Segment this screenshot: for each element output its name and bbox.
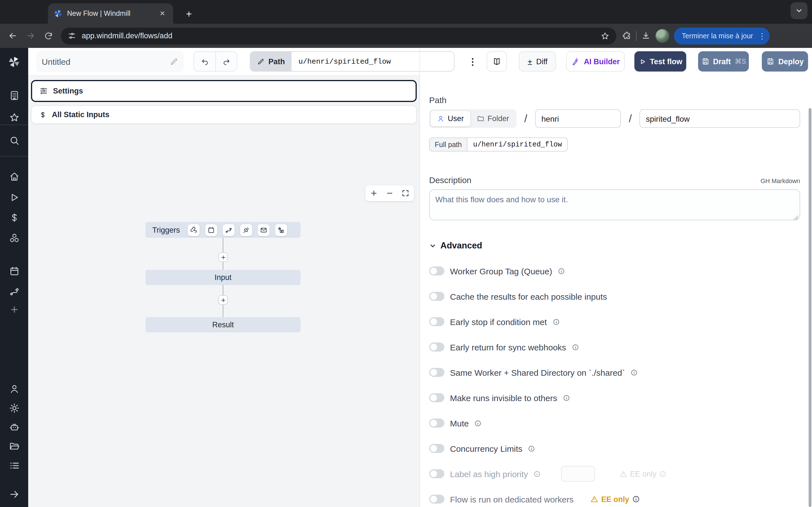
polling-watch-trigger-icon[interactable] bbox=[275, 224, 287, 236]
sidebar-item-search[interactable] bbox=[0, 135, 28, 146]
deploy-button[interactable]: Deploy bbox=[762, 51, 808, 71]
sidebar-item-flows[interactable] bbox=[0, 286, 28, 297]
redo-button[interactable] bbox=[215, 52, 237, 71]
sidebar-item-workers[interactable] bbox=[0, 422, 28, 433]
path-name-input[interactable] bbox=[640, 109, 800, 128]
owner-kind-user-option[interactable]: User bbox=[430, 110, 470, 127]
add-step-button[interactable] bbox=[218, 252, 228, 262]
sidebar-item-audit-logs[interactable] bbox=[0, 460, 28, 471]
static-inputs-panel-button[interactable]: All Static Inputs bbox=[31, 105, 417, 124]
edit-pencil-icon[interactable] bbox=[170, 57, 178, 66]
back-icon[interactable] bbox=[3, 27, 21, 45]
priority-value-input[interactable] bbox=[561, 466, 595, 482]
concurrency-limits-toggle[interactable] bbox=[429, 444, 444, 453]
sidebar-item-folders[interactable] bbox=[0, 441, 28, 452]
worker-group-tag-toggle[interactable] bbox=[429, 267, 444, 276]
fit-view-icon[interactable] bbox=[402, 189, 409, 197]
high-priority-toggle[interactable] bbox=[429, 469, 444, 478]
advanced-section-toggle[interactable]: Advanced bbox=[429, 240, 800, 251]
path-owner-input[interactable] bbox=[535, 109, 621, 128]
websocket-trigger-icon[interactable] bbox=[240, 224, 252, 236]
info-icon[interactable] bbox=[553, 318, 560, 325]
sidebar-item-home[interactable] bbox=[0, 171, 28, 182]
download-icon[interactable] bbox=[641, 31, 651, 41]
schedule-trigger-icon[interactable] bbox=[205, 224, 217, 236]
cache-results-toggle[interactable] bbox=[429, 292, 444, 301]
address-bar[interactable]: app.windmill.dev/flows/add bbox=[61, 27, 616, 44]
full-path-value: u/henri/spirited_flow bbox=[467, 137, 568, 152]
invisible-runs-toggle[interactable] bbox=[429, 393, 444, 402]
dedicated-workers-toggle[interactable] bbox=[429, 495, 444, 504]
add-step-button[interactable] bbox=[218, 295, 228, 305]
sidebar-item-settings[interactable] bbox=[0, 403, 28, 413]
http-route-trigger-icon[interactable] bbox=[223, 224, 235, 236]
forward-icon[interactable] bbox=[21, 27, 40, 45]
toggle-row-same-worker: Same Worker + Shared Directory on `./sha… bbox=[429, 367, 800, 378]
info-icon[interactable] bbox=[631, 369, 638, 376]
sidebar-item-add[interactable] bbox=[0, 305, 28, 314]
sidebar-item-resources[interactable] bbox=[0, 233, 28, 243]
webhook-trigger-icon[interactable] bbox=[188, 224, 200, 236]
settings-panel-button[interactable]: Settings bbox=[31, 80, 417, 102]
email-trigger-icon[interactable] bbox=[258, 224, 269, 236]
diff-button[interactable]: ± Diff bbox=[519, 51, 556, 71]
tab-search-chevron-icon[interactable] bbox=[791, 2, 808, 19]
info-icon[interactable] bbox=[659, 470, 666, 477]
sidebar-item-workspace[interactable] bbox=[0, 90, 28, 101]
path-separator: / bbox=[627, 112, 633, 125]
browser-tab[interactable]: New Flow | Windmill ✕ bbox=[48, 3, 173, 24]
description-textarea[interactable] bbox=[429, 189, 800, 220]
zoom-out-icon[interactable] bbox=[386, 189, 394, 197]
info-icon[interactable] bbox=[563, 394, 570, 401]
reload-icon[interactable] bbox=[40, 27, 57, 45]
save-icon bbox=[701, 57, 709, 65]
browser-menu-icon[interactable]: ⋮ bbox=[756, 31, 768, 40]
magic-wand-icon bbox=[571, 57, 580, 66]
tab-close-icon[interactable]: ✕ bbox=[157, 8, 167, 18]
sidebar-expand-icon[interactable] bbox=[0, 489, 28, 500]
flow-canvas[interactable]: Settings All Static Inputs Triggers bbox=[28, 75, 419, 507]
info-icon[interactable] bbox=[558, 267, 565, 275]
profile-avatar[interactable] bbox=[655, 29, 669, 43]
test-flow-button[interactable]: Test flow bbox=[635, 51, 687, 71]
owner-kind-segmented-control: User Folder bbox=[429, 109, 516, 128]
flow-editor-toolbar: Untitled Path u/henri/spir bbox=[28, 48, 812, 75]
same-worker-toggle[interactable] bbox=[429, 368, 444, 377]
bookmark-star-icon[interactable] bbox=[601, 31, 610, 40]
early-return-toggle[interactable] bbox=[429, 342, 444, 351]
sidebar-item-runs[interactable] bbox=[0, 192, 28, 203]
toggle-row-concurrency-limits: Concurrency Limits bbox=[429, 443, 800, 453]
info-icon[interactable] bbox=[528, 445, 536, 452]
result-node[interactable]: Result bbox=[146, 317, 301, 332]
new-tab-button[interactable]: + bbox=[182, 7, 196, 21]
early-stop-toggle[interactable] bbox=[429, 317, 444, 326]
site-info-icon[interactable] bbox=[68, 32, 76, 40]
undo-button[interactable] bbox=[194, 52, 215, 71]
sidebar-item-favorites[interactable] bbox=[0, 112, 28, 123]
flow-name-input[interactable]: Untitled bbox=[36, 51, 184, 72]
mute-toggle[interactable] bbox=[429, 418, 444, 428]
extensions-icon[interactable] bbox=[622, 31, 631, 41]
info-icon[interactable] bbox=[474, 419, 482, 427]
more-options-icon[interactable]: ⋮ bbox=[468, 56, 477, 67]
sidebar-item-users[interactable] bbox=[0, 384, 28, 394]
windmill-logo-icon[interactable] bbox=[0, 56, 28, 68]
update-browser-button[interactable]: Terminer la mise à jour ⋮ bbox=[674, 27, 770, 44]
input-node[interactable]: Input bbox=[146, 270, 301, 285]
zoom-in-icon[interactable] bbox=[370, 189, 378, 197]
scrollbar-thumb[interactable] bbox=[809, 108, 811, 507]
path-pill[interactable]: Path u/henri/spirited_flow bbox=[250, 51, 455, 71]
path-pill-label: Path bbox=[250, 52, 292, 71]
tutorial-book-button[interactable] bbox=[487, 51, 507, 71]
dollar-icon bbox=[39, 111, 47, 119]
owner-kind-folder-option[interactable]: Folder bbox=[470, 110, 515, 127]
info-icon[interactable] bbox=[572, 343, 579, 351]
draft-button[interactable]: Draft ⌘S bbox=[698, 51, 749, 71]
info-icon[interactable] bbox=[632, 495, 640, 503]
info-icon[interactable] bbox=[534, 470, 541, 477]
ai-builder-button[interactable]: AI Builder bbox=[566, 51, 625, 71]
sidebar-item-variables[interactable] bbox=[0, 212, 28, 223]
sidebar-item-schedules[interactable] bbox=[0, 266, 28, 277]
path-pill-value[interactable]: u/henri/spirited_flow bbox=[292, 52, 454, 71]
triggers-node[interactable]: Triggers bbox=[146, 222, 301, 238]
